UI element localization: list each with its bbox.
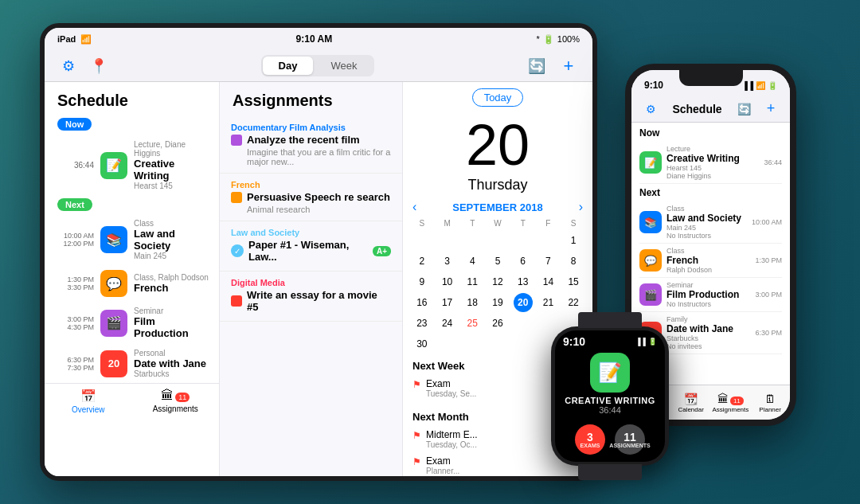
upcoming-text: Exam	[426, 378, 476, 389]
tab-assignments[interactable]: 🏛11 Assignments	[132, 384, 220, 418]
list-item[interactable]: 10:00 AM12:00 PM 📚 Class Law and Society…	[45, 214, 219, 265]
day-tab[interactable]: Day	[263, 57, 314, 75]
prev-month-arrow[interactable]: ‹	[412, 200, 416, 214]
cal-day[interactable]: 21	[538, 293, 557, 312]
cal-day[interactable]	[538, 231, 557, 250]
list-item[interactable]: Digital Media Write an essay for a movie…	[220, 272, 402, 322]
cal-day[interactable]: 26	[488, 314, 507, 333]
cal-day[interactable]	[514, 314, 533, 333]
assignment-title: Persuasive Speech re search	[247, 191, 390, 203]
cal-day[interactable]: 22	[564, 293, 583, 312]
assignment-subject: French	[231, 180, 391, 189]
day-name: Thursday	[403, 177, 592, 193]
cal-day[interactable]: 8	[564, 252, 583, 271]
cal-day-header: T	[459, 217, 485, 229]
cal-day[interactable]: 17	[438, 293, 457, 312]
cal-day-header: M	[435, 217, 460, 229]
watch-app-time: 36:44	[599, 405, 621, 415]
upcoming-sub: Planner...	[426, 467, 459, 475]
cal-day[interactable]: 25	[463, 314, 482, 333]
list-item[interactable]: 💬 Class French Ralph Dodson 1:30 PM	[639, 244, 782, 278]
cal-day[interactable]	[514, 231, 533, 250]
cal-day[interactable]: 24	[438, 314, 457, 333]
watch-assignments-label: ASSIGNMENTS	[609, 443, 650, 448]
ipad-toolbar-right: 🔄 +	[526, 55, 580, 77]
list-item[interactable]: 📚 Class Law and Society Main 245 No Inst…	[639, 201, 782, 244]
assignment-title: Analyze the recent film	[247, 134, 360, 146]
tab-planner[interactable]: 🗓 Planner	[750, 385, 790, 420]
tab-overview[interactable]: 📅 Overview	[45, 384, 132, 418]
cal-day[interactable]: 1	[564, 231, 583, 250]
cal-day[interactable]: 19	[488, 293, 507, 312]
cal-day[interactable]	[538, 314, 557, 333]
upcoming-text: Midterm E...	[426, 429, 478, 440]
next-month-arrow[interactable]: ›	[579, 200, 583, 214]
cal-day[interactable]: 9	[412, 272, 432, 291]
cal-day[interactable]	[488, 231, 507, 250]
cal-day[interactable]: 23	[412, 314, 432, 333]
iphone-title: Schedule	[662, 103, 733, 115]
cal-day[interactable]: 10	[438, 272, 457, 291]
cal-day[interactable]	[438, 231, 457, 250]
iphone-gear-button[interactable]: ⚙	[639, 98, 662, 120]
iphone-time-display: 10:00 AM	[752, 218, 782, 226]
schedule-name: Creative Writing	[134, 158, 209, 182]
gear-button[interactable]: ⚙	[57, 55, 80, 77]
cal-day[interactable]: 13	[514, 272, 533, 291]
cal-day[interactable]	[463, 231, 482, 250]
week-tab[interactable]: Week	[315, 57, 373, 75]
cal-day[interactable]: 2	[412, 252, 432, 271]
iphone-item-info: Family Date with Jane Starbucks No invit…	[666, 315, 750, 350]
list-item[interactable]: 1:30 PM3:30 PM 💬 Class, Ralph Dodson Fre…	[45, 265, 219, 302]
cal-today[interactable]: 20	[514, 293, 533, 312]
list-item[interactable]: 6:30 PM7:30 PM 20 Personal Date with Jan…	[45, 344, 219, 383]
upcoming-info: Exam Planner...	[426, 455, 459, 475]
cal-day[interactable]: 5	[488, 252, 507, 271]
schedule-info: Class, Ralph Dodson French	[134, 273, 209, 294]
iphone-time-display: 3:00 PM	[755, 291, 782, 299]
iphone-schedule-icon: 🎬	[639, 283, 662, 306]
today-button[interactable]: Today	[472, 88, 524, 107]
tab-assignments[interactable]: 🏛11 Assignments	[711, 385, 751, 420]
cal-day[interactable]: 16	[412, 293, 432, 312]
cal-day[interactable]: 18	[463, 293, 482, 312]
iphone-refresh-button[interactable]: 🔄	[733, 98, 755, 120]
cal-day[interactable]	[412, 231, 432, 250]
list-item[interactable]: Law and Society ✓ Paper #1 - Wiseman, La…	[220, 221, 402, 272]
tab-calendar[interactable]: 📆 Calendar	[671, 385, 711, 420]
cal-day[interactable]: 15	[564, 272, 583, 291]
add-button[interactable]: +	[557, 55, 580, 77]
list-item[interactable]: 3:00 PM4:30 PM 🎬 Seminar Film Production	[45, 302, 219, 344]
iphone-name: Creative Writing	[666, 153, 759, 164]
watch-device: 9:10 ▐▐ 🔋 📝 CREATIVE WRITING 36:44 3 EXA…	[551, 326, 669, 466]
schedule-icon-film: 🎬	[100, 310, 127, 337]
assignment-header: Analyze the recent film	[231, 134, 391, 146]
watch-exams-button[interactable]: 3 EXAMS	[575, 424, 605, 455]
cal-day[interactable]: 12	[488, 272, 507, 291]
cal-day[interactable]: 30	[412, 334, 432, 354]
ipad-time: 9:10 AM	[296, 33, 333, 45]
schedule-location: Hearst 145	[134, 182, 209, 190]
cal-day[interactable]: 3	[438, 252, 457, 271]
cal-day[interactable]: 4	[463, 252, 482, 271]
watch-app-icon[interactable]: 📝	[590, 353, 630, 393]
iphone-add-button[interactable]: +	[760, 98, 782, 120]
location-button[interactable]: 📍	[88, 55, 110, 77]
iphone-category: Family	[666, 315, 750, 323]
list-item[interactable]: 🎬 Seminar Film Production No Instructors…	[639, 278, 782, 312]
next-badge: Next	[57, 198, 92, 211]
cal-day[interactable]: 7	[538, 252, 557, 271]
list-item[interactable]: 36:44 📝 Lecture, Diane Higgins Creative …	[45, 135, 219, 195]
list-item[interactable]: 📝 Lecture Creative Writing Hearst 145 Di…	[639, 142, 782, 184]
iphone-schedule-icon: 💬	[639, 249, 662, 272]
cal-day[interactable]: 11	[463, 272, 482, 291]
refresh-button[interactable]: 🔄	[526, 55, 548, 77]
cal-day[interactable]: 14	[538, 272, 557, 291]
list-item[interactable]: French Persuasive Speech re search Anima…	[220, 174, 402, 221]
assignments-tab-label: Assignments	[712, 406, 749, 413]
watch-time: 9:10	[563, 335, 585, 348]
watch-assignments-button[interactable]: 11 ASSIGNMENTS	[615, 424, 645, 455]
cal-week-row: 16 17 18 19 20 21 22	[409, 293, 586, 312]
list-item[interactable]: Documentary Film Analysis Analyze the re…	[220, 116, 402, 174]
cal-day[interactable]: 6	[514, 252, 533, 271]
